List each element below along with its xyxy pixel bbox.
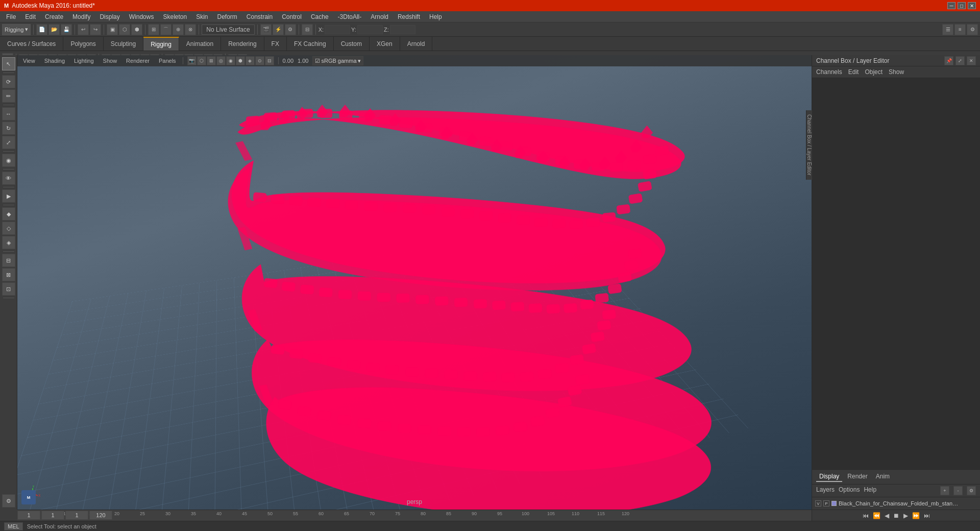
show-hide-btn[interactable]: 👁 <box>2 172 15 185</box>
deform-btn3[interactable]: ⊡ <box>2 282 15 296</box>
stop-btn[interactable]: ⏹ <box>892 512 901 519</box>
paint-select-button[interactable]: ⬢ <box>131 24 142 35</box>
range-start-input[interactable] <box>17 511 40 520</box>
tab-arnold[interactable]: Arnold <box>400 37 433 51</box>
tab-fx[interactable]: FX <box>264 37 287 51</box>
menu-arnold[interactable]: Arnold <box>366 12 393 21</box>
tab-polygons[interactable]: Polygons <box>63 37 103 51</box>
channel-box-vtab[interactable]: Channel Box / Layer Editor <box>806 110 812 180</box>
menu-skin[interactable]: Skin <box>192 12 212 21</box>
channel-box-toggle[interactable]: ☰ <box>942 24 953 35</box>
cb-expand-button[interactable]: ⤢ <box>955 56 965 65</box>
step-back-btn[interactable]: ⏪ <box>871 512 882 519</box>
frame-step-input[interactable] <box>65 511 88 520</box>
menu-modify[interactable]: Modify <box>68 12 94 21</box>
menu-edit[interactable]: Edit <box>21 12 40 21</box>
scale-btn[interactable]: ⤢ <box>2 136 15 149</box>
redo-button[interactable]: ↪ <box>90 24 101 35</box>
go-to-end-btn[interactable]: ⏭ <box>922 512 932 519</box>
render-current-button[interactable]: 🎬 <box>260 24 272 35</box>
lasso-tool-button[interactable]: ⬡ <box>119 24 130 35</box>
anim-key-btn[interactable]: ◆ <box>2 207 15 221</box>
deform-btn1[interactable]: ⊟ <box>2 254 15 267</box>
snap-curve-button[interactable]: ⌒ <box>160 24 172 35</box>
menu-control[interactable]: Control <box>278 12 306 21</box>
minimize-button[interactable]: ─ <box>947 2 955 9</box>
snap-grid-button[interactable]: ⊞ <box>148 24 159 35</box>
tab-rigging[interactable]: Rigging <box>143 37 179 51</box>
tab-render[interactable]: Render <box>844 472 870 482</box>
snap-surface-button[interactable]: ⊗ <box>185 24 196 35</box>
maximize-button[interactable]: □ <box>958 2 966 9</box>
tool-settings-toggle[interactable]: ⚙ <box>967 24 978 35</box>
layer-add-btn[interactable]: + <box>940 486 949 495</box>
paint-btn[interactable]: ✏ <box>2 89 15 103</box>
cb-close-button[interactable]: ✕ <box>967 56 976 65</box>
tab-xgen[interactable]: XGen <box>370 37 400 51</box>
new-file-button[interactable]: 📄 <box>36 24 47 35</box>
current-frame-input[interactable] <box>41 511 64 520</box>
lasso-btn[interactable]: ⟳ <box>2 75 15 88</box>
tab-rendering[interactable]: Rendering <box>221 37 264 51</box>
soft-select-btn[interactable]: ◉ <box>2 154 15 167</box>
layer-color-swatch[interactable] <box>831 501 837 506</box>
layer-tab-layers[interactable]: Layers <box>816 486 835 495</box>
select-tool-button[interactable]: ▣ <box>107 24 118 35</box>
menu-display[interactable]: Display <box>95 12 124 21</box>
cb-tab-edit[interactable]: Edit <box>848 68 859 76</box>
undo-button[interactable]: ↩ <box>78 24 89 35</box>
rotate-btn[interactable]: ↻ <box>2 122 15 135</box>
menu-3dto[interactable]: -3DtoAll- <box>334 12 366 21</box>
cb-tab-object[interactable]: Object <box>865 68 883 76</box>
layer-v-toggle[interactable]: V <box>815 500 821 506</box>
menu-skeleton[interactable]: Skeleton <box>159 12 191 21</box>
layer-tab-options[interactable]: Options <box>839 486 860 495</box>
anim-weight-btn[interactable]: ◈ <box>2 236 15 249</box>
tab-sculpting[interactable]: Sculpting <box>104 37 143 51</box>
menu-constrain[interactable]: Constrain <box>242 12 277 21</box>
range-end-input[interactable] <box>89 511 112 520</box>
tab-custom[interactable]: Custom <box>334 37 370 51</box>
ipr-render-button[interactable]: ⚡ <box>273 24 284 35</box>
layer-del-btn[interactable]: - <box>953 486 963 495</box>
attr-editor-toggle[interactable]: ≡ <box>954 24 966 35</box>
tab-curves-surfaces[interactable]: Curves / Surfaces <box>0 37 63 51</box>
deform-btn2[interactable]: ⊠ <box>2 268 15 281</box>
no-live-surface-button[interactable]: No Live Surface <box>202 25 254 35</box>
select-tool-btn[interactable]: ↖ <box>2 57 15 70</box>
render-btn[interactable]: ▶ <box>2 189 15 203</box>
cb-tab-show[interactable]: Show <box>889 68 904 76</box>
menu-create[interactable]: Create <box>41 12 67 21</box>
close-button[interactable]: ✕ <box>968 2 976 9</box>
save-file-button[interactable]: 💾 <box>61 24 72 35</box>
play-back-btn[interactable]: ◀ <box>883 512 891 519</box>
menu-file[interactable]: File <box>2 12 20 21</box>
grid-button[interactable]: ⊟ <box>302 24 313 35</box>
go-to-start-btn[interactable]: ⏮ <box>861 512 870 519</box>
workspace-dropdown[interactable]: Rigging ▾ <box>2 24 31 35</box>
render-settings-button[interactable]: ⚙ <box>285 24 296 35</box>
anim-tangent-btn[interactable]: ◇ <box>2 222 15 235</box>
tab-fx-caching[interactable]: FX Caching <box>287 37 334 51</box>
snap-point-button[interactable]: ⊕ <box>173 24 184 35</box>
menu-windows[interactable]: Windows <box>125 12 158 21</box>
menu-deform[interactable]: Deform <box>213 12 241 21</box>
step-forward-btn[interactable]: ⏩ <box>911 512 921 519</box>
svg-rect-74 <box>347 360 360 369</box>
mel-label[interactable]: MEL <box>4 522 23 530</box>
cb-pin-button[interactable]: 📌 <box>944 56 953 65</box>
settings-btn[interactable]: ⚙ <box>2 494 15 508</box>
play-forward-btn[interactable]: ▶ <box>902 512 910 519</box>
menu-redshift[interactable]: Redshift <box>394 12 424 21</box>
menu-cache[interactable]: Cache <box>307 12 333 21</box>
cb-tab-channels[interactable]: Channels <box>816 68 842 76</box>
layer-tab-help[interactable]: Help <box>864 486 876 495</box>
move-btn[interactable]: ↔ <box>2 107 15 120</box>
layer-p-toggle[interactable]: P <box>823 500 829 506</box>
tab-display[interactable]: Display <box>816 472 842 482</box>
tab-anim[interactable]: Anim <box>873 472 893 482</box>
open-file-button[interactable]: 📂 <box>48 24 60 35</box>
tab-animation[interactable]: Animation <box>179 37 221 51</box>
layer-opt-btn[interactable]: ⚙ <box>967 486 976 495</box>
menu-help[interactable]: Help <box>425 12 446 21</box>
